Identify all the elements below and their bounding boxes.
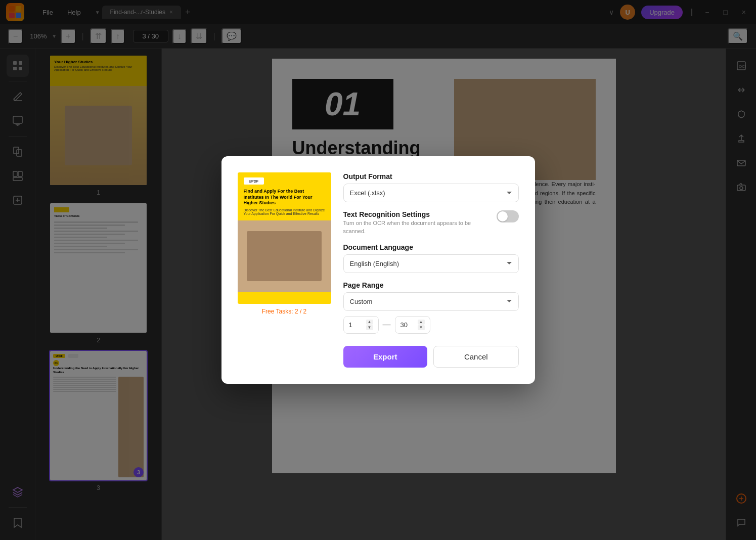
range-from-down[interactable]: ▼: [366, 325, 373, 330]
export-button[interactable]: Export: [343, 346, 428, 368]
dialog-buttons: Export Cancel: [343, 346, 519, 368]
range-to-input[interactable]: [401, 321, 416, 329]
preview-card-sub: Discover The Best Educational Institute …: [244, 208, 325, 215]
doc-language-label: Document Language: [343, 243, 519, 251]
modal-overlay: UPDF Find and Apply For the Best Institu…: [0, 0, 756, 540]
doc-language-select[interactable]: English (English) Chinese (Simplified) F…: [343, 254, 519, 273]
page-range-row: ▲ ▼ — ▲ ▼: [343, 316, 519, 334]
preview-image-area: [238, 220, 331, 292]
dialog-settings: Output Format Excel (.xlsx) Word (.docx)…: [343, 172, 519, 368]
range-from-up[interactable]: ▲: [366, 320, 373, 325]
ocr-row: Text Recognition Settings Turn on the OC…: [343, 210, 519, 235]
toggle-knob: [498, 211, 508, 221]
doc-language-group: Document Language English (English) Chin…: [343, 243, 519, 273]
range-from-input[interactable]: [349, 321, 364, 329]
output-format-label: Output Format: [343, 172, 519, 181]
page-range-select[interactable]: Custom All Pages Current Page: [343, 292, 519, 311]
range-from-control: ▲ ▼: [343, 316, 379, 334]
preview-card-title: Find and Apply For the Best Institutes I…: [244, 189, 325, 206]
preview-card: UPDF Find and Apply For the Best Institu…: [238, 172, 331, 304]
range-from-spinners: ▲ ▼: [366, 320, 373, 330]
output-format-group: Output Format Excel (.xlsx) Word (.docx)…: [343, 172, 519, 202]
output-format-select[interactable]: Excel (.xlsx) Word (.docx) PowerPoint (.…: [343, 184, 519, 202]
export-dialog: UPDF Find and Apply For the Best Institu…: [221, 156, 535, 384]
dialog-preview: UPDF Find and Apply For the Best Institu…: [238, 172, 331, 368]
range-to-control: ▲ ▼: [395, 316, 430, 334]
range-to-up[interactable]: ▲: [418, 320, 425, 325]
range-to-down[interactable]: ▼: [418, 325, 425, 330]
preview-footer: [238, 292, 331, 304]
free-tasks-label: Free Tasks: 2 / 2: [262, 308, 306, 315]
range-to-spinners: ▲ ▼: [418, 320, 425, 330]
page-range-label: Page Range: [343, 281, 519, 289]
ocr-toggle[interactable]: [497, 210, 519, 222]
page-range-group: Page Range Custom All Pages Current Page…: [343, 281, 519, 334]
cancel-button[interactable]: Cancel: [433, 346, 519, 368]
ocr-text: Text Recognition Settings Turn on the OC…: [343, 210, 491, 235]
range-dash: —: [383, 320, 391, 329]
preview-logo: UPDF: [244, 177, 264, 185]
ocr-description: Turn on the OCR when the document appear…: [343, 219, 491, 235]
ocr-title: Text Recognition Settings: [343, 210, 491, 218]
